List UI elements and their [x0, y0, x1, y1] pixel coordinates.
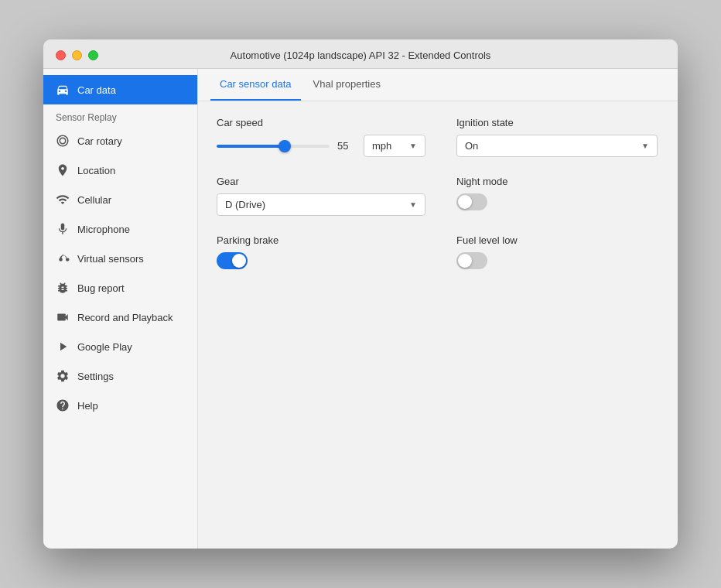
speed-unit-value: mph: [372, 140, 391, 152]
cellular-icon: [56, 193, 70, 207]
tabs-bar: Car sensor data Vhal properties: [198, 69, 678, 101]
speed-row: 55 mph ▼: [217, 135, 425, 157]
traffic-lights: [56, 50, 98, 60]
night-mode-group: Night mode: [456, 176, 659, 216]
minimize-button[interactable]: [72, 50, 82, 60]
sidebar-item-location[interactable]: Location: [43, 156, 197, 185]
sidebar-label-record-playback: Record and Playback: [77, 312, 173, 323]
parking-brake-group: Parking brake: [217, 234, 425, 269]
main-window: Automotive (1024p landscape) API 32 - Ex…: [43, 39, 678, 549]
main-panel: Car sensor data Vhal properties Car spee…: [198, 69, 678, 549]
ignition-state-arrow: ▼: [641, 142, 649, 150]
speed-unit-arrow: ▼: [409, 142, 417, 150]
sidebar-item-bug-report[interactable]: Bug report: [43, 273, 197, 303]
speed-unit-dropdown[interactable]: mph ▼: [364, 135, 425, 157]
mic-icon: [56, 222, 70, 236]
sidebar-label-settings: Settings: [77, 371, 114, 382]
sidebar-section-sensor-replay: Sensor Replay: [43, 104, 197, 126]
content-area: Car data Sensor Replay Car rotary Locati…: [43, 69, 678, 549]
gear-dropdown[interactable]: D (Drive) ▼: [217, 193, 425, 216]
tab-car-sensor-data[interactable]: Car sensor data: [210, 69, 301, 101]
speed-slider-thumb[interactable]: [278, 140, 291, 152]
ignition-state-label: Ignition state: [456, 117, 659, 128]
sidebar-label-cellular: Cellular: [77, 194, 111, 206]
window-title: Automotive (1024p landscape) API 32 - Ex…: [231, 50, 491, 61]
sidebar-label-car-data: Car data: [77, 84, 116, 96]
sidebar-item-record-playback[interactable]: Record and Playback: [43, 303, 197, 332]
ignition-state-group: Ignition state On ▼: [456, 117, 659, 157]
help-icon: [56, 398, 70, 412]
virtual-sensors-icon: [56, 251, 70, 265]
sidebar-item-cellular[interactable]: Cellular: [43, 185, 197, 214]
fuel-level-low-toggle-thumb: [458, 254, 472, 268]
control-grid: Car speed 55 mph ▼: [217, 117, 659, 269]
fuel-level-low-toggle[interactable]: [456, 252, 487, 269]
gear-label: Gear: [217, 176, 425, 187]
sidebar: Car data Sensor Replay Car rotary Locati…: [43, 69, 198, 549]
bug-icon: [56, 281, 70, 295]
sidebar-item-car-rotary[interactable]: Car rotary: [43, 126, 197, 156]
night-mode-label: Night mode: [456, 176, 659, 187]
sidebar-item-car-data[interactable]: Car data: [43, 75, 197, 104]
titlebar: Automotive (1024p landscape) API 32 - Ex…: [43, 39, 678, 69]
ignition-state-value: On: [465, 140, 478, 152]
fuel-level-low-label: Fuel level low: [456, 234, 659, 246]
speed-slider-fill: [217, 145, 285, 148]
location-icon: [56, 163, 70, 177]
rotary-icon: [56, 134, 70, 148]
gear-value: D (Drive): [225, 199, 265, 210]
parking-brake-toggle-thumb: [232, 254, 246, 268]
sidebar-item-microphone[interactable]: Microphone: [43, 214, 197, 244]
car-speed-label: Car speed: [217, 117, 425, 128]
tab-content-car-sensor-data: Car speed 55 mph ▼: [198, 101, 678, 549]
parking-brake-toggle[interactable]: [217, 252, 248, 269]
night-mode-toggle[interactable]: [456, 193, 487, 210]
fuel-level-low-group: Fuel level low: [456, 234, 659, 269]
sidebar-label-location: Location: [77, 165, 115, 176]
speed-slider-track[interactable]: [217, 145, 330, 148]
car-speed-group: Car speed 55 mph ▼: [217, 117, 425, 157]
sidebar-label-google-play: Google Play: [77, 341, 132, 353]
sidebar-label-virtual-sensors: Virtual sensors: [77, 253, 144, 265]
settings-icon: [56, 369, 70, 383]
parking-brake-label: Parking brake: [217, 234, 425, 246]
record-icon: [56, 310, 70, 324]
sidebar-label-microphone: Microphone: [77, 224, 130, 235]
sidebar-label-bug-report: Bug report: [77, 282, 125, 294]
sidebar-item-settings[interactable]: Settings: [43, 361, 197, 391]
play-icon: [56, 340, 70, 354]
ignition-state-dropdown[interactable]: On ▼: [456, 135, 658, 157]
tab-vhal-properties[interactable]: Vhal properties: [304, 69, 390, 101]
sidebar-item-google-play[interactable]: Google Play: [43, 332, 197, 361]
sidebar-label-help: Help: [77, 400, 98, 412]
gear-arrow: ▼: [409, 200, 417, 209]
gear-group: Gear D (Drive) ▼: [217, 176, 425, 216]
close-button[interactable]: [56, 50, 66, 60]
speed-value: 55: [337, 140, 356, 152]
sidebar-label-car-rotary: Car rotary: [77, 135, 122, 147]
sidebar-item-help[interactable]: Help: [43, 391, 197, 420]
maximize-button[interactable]: [88, 50, 98, 60]
car-icon: [56, 83, 70, 97]
night-mode-toggle-thumb: [458, 195, 472, 209]
sidebar-item-virtual-sensors[interactable]: Virtual sensors: [43, 244, 197, 273]
